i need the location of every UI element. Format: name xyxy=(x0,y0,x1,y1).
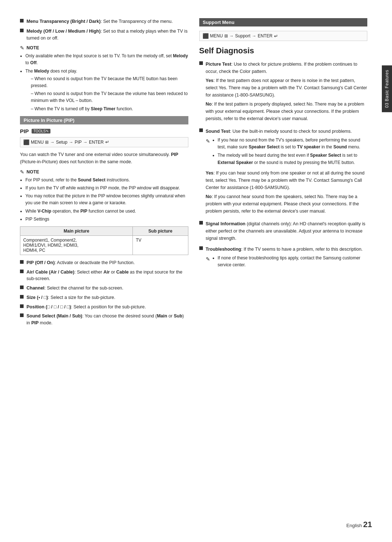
chapter-number: 03 xyxy=(384,103,389,108)
bullet-melody: Melody (Off / Low / Medium / High): Set … xyxy=(20,28,188,42)
note-sub-item-3: When the TV is turned off by Sleep Timer… xyxy=(31,106,188,112)
pip-section-header: Picture In Picture (PIP) xyxy=(20,116,188,124)
note-item-1: Only available when the Input source is … xyxy=(25,53,188,66)
bullet-icon xyxy=(20,270,24,273)
sd-sound-note-list: If you hear no sound from the TV's speak… xyxy=(212,137,368,168)
sd-sound-note-item-2: The melody will be heard during the test… xyxy=(218,152,368,166)
menu-grid-icon: ⊞ xyxy=(45,140,49,145)
pip-body-text: You can watch the TV tuner and one exter… xyxy=(20,151,188,165)
note-label-1: NOTE xyxy=(26,45,39,50)
sd-picture-test-text: Picture Test: Use to check for picture p… xyxy=(206,61,368,124)
pip-size-text: Size (▪ / □): Select a size for the sub-… xyxy=(26,294,115,301)
bullet-icon xyxy=(20,19,24,22)
note-sub-list: When no sound is output from the TV beca… xyxy=(25,75,188,112)
page-container: 03 Basic Features Menu Transparency (Bri… xyxy=(0,0,392,542)
sd-item-troubleshooting: Troubleshooting: If the TV seems to have… xyxy=(199,246,368,272)
sd-sound-test-text: Sound Test: Use the built-in melody soun… xyxy=(206,128,368,217)
menu-icon: ⬛ xyxy=(23,139,29,145)
bullet-icon xyxy=(20,286,24,289)
bullet-menu-transparency: Menu Transparency (Bright / Dark): Set t… xyxy=(20,18,188,25)
pip-item-channel: Channel: Select the channel for the sub-… xyxy=(20,285,188,292)
note-section-2: ✎ NOTE For PIP sound, refer to the Sound… xyxy=(20,169,188,223)
pip-table-row: Component1, Component2,HDMI1/DVI, HDMI2,… xyxy=(20,235,188,255)
note-label-2: NOTE xyxy=(26,169,39,174)
pip-label: PIP xyxy=(20,128,29,134)
pip-onoff-text: PIP (Off / On): Activate or deactivate t… xyxy=(26,259,135,266)
sd-troubleshooting-text: Troubleshooting: If the TV seems to have… xyxy=(206,246,368,272)
support-menu-header: Support Menu xyxy=(199,18,368,26)
sound-note-pencil: ✎ xyxy=(206,137,210,145)
self-diagnosis-title: Self Diagnosis xyxy=(199,46,368,56)
pip-soundselect-text: Sound Select (Main / Sub): You can choos… xyxy=(26,313,188,327)
sd-signal-info-text: Signal Information (digital channels onl… xyxy=(206,220,368,242)
pip-tools-line: PIP TOOLS✎ xyxy=(20,128,188,134)
note-list-2: For PIP sound, refer to the Sound Select… xyxy=(20,177,188,223)
arrow-2: → xyxy=(69,140,73,145)
side-tab: 03 Basic Features xyxy=(382,65,392,112)
page-footer: English 21 xyxy=(346,520,372,529)
sd-sound-note: ✎ If you hear no sound from the TV's spe… xyxy=(206,137,368,168)
support-grid-icon: ⊞ xyxy=(224,33,228,38)
support-enter-icon: ↵ xyxy=(274,33,278,39)
note-pencil-icon-2: ✎ xyxy=(20,169,24,175)
sd-troubleshooting-note: ✎ If none of these troubleshooting tips … xyxy=(206,255,368,270)
pip-table-header-sub: Sub picture xyxy=(133,226,188,235)
sd-troubleshooting-note-item: If none of these troubleshooting tips ap… xyxy=(218,255,368,268)
pip-aircable-text: Air/ Cable (Air / Cable): Select either … xyxy=(26,269,188,283)
note2-item-1: For PIP sound, refer to the Sound Select… xyxy=(25,177,188,184)
note-sub-item-2: When no sound is output from the TV beca… xyxy=(31,90,188,104)
note-header-2: ✎ NOTE xyxy=(20,169,188,175)
note2-item-4: While V-Chip operation, the PIP function… xyxy=(25,208,188,215)
support-arrow-1: → xyxy=(229,33,234,38)
sd-sound-note-item-1: If you hear no sound from the TV's speak… xyxy=(218,137,368,151)
sd-item-picture-test: Picture Test: Use to check for picture p… xyxy=(199,61,368,124)
bullet-icon xyxy=(20,29,24,32)
chapter-label: Basic Features xyxy=(384,70,389,101)
arrow-3: → xyxy=(83,140,87,145)
bullet-melody-text: Melody (Off / Low / Medium / High): Set … xyxy=(26,28,188,42)
bullet-menu-transparency-text: Menu Transparency (Bright / Dark): Set t… xyxy=(26,18,173,25)
enter-icon: ↵ xyxy=(105,139,109,145)
pip-table: Main picture Sub picture Component1, Com… xyxy=(20,226,188,255)
pip-items: PIP (Off / On): Activate or deactivate t… xyxy=(20,259,188,327)
note-pencil-icon: ✎ xyxy=(20,45,24,51)
pip-table-header-main: Main picture xyxy=(20,226,133,235)
pip-position-text: Position (□ / □ / □ / □): Select a posit… xyxy=(26,304,146,311)
left-column: Menu Transparency (Bright / Dark): Set t… xyxy=(20,18,188,524)
pip-item-onoff: PIP (Off / On): Activate or deactivate t… xyxy=(20,259,188,266)
support-menu-path: ⬛ MENU ⊞ → Support → ENTER ↵ xyxy=(199,31,368,41)
note-header-1: ✎ NOTE xyxy=(20,45,188,51)
enter-text: ENTER xyxy=(89,140,104,145)
pip-text: PIP xyxy=(75,140,82,145)
note-list-1: Only available when the Input source is … xyxy=(20,53,188,112)
bullet-icon xyxy=(20,313,24,317)
main-content: Menu Transparency (Bright / Dark): Set t… xyxy=(0,0,382,542)
page-number: 21 xyxy=(363,520,372,529)
pip-menu-path-text: MENU xyxy=(31,140,44,145)
bullet-icon xyxy=(199,61,203,65)
support-menu-text: MENU xyxy=(210,33,223,38)
bullet-icon xyxy=(20,295,24,299)
bullet-icon xyxy=(199,128,203,132)
bullet-icon xyxy=(199,221,203,225)
sd-item-sound-test: Sound Test: Use the built-in melody soun… xyxy=(199,128,368,217)
pip-channel-text: Channel: Select the channel for the sub-… xyxy=(26,285,123,292)
note2-item-5: PIP Settings xyxy=(25,216,188,223)
right-column: Support Menu ⬛ MENU ⊞ → Support → ENTER … xyxy=(199,18,368,524)
bullet-icon xyxy=(199,246,203,250)
pip-menu-path: ⬛ MENU ⊞ → Setup → PIP → ENTER ↵ xyxy=(20,137,188,147)
note-sub-item-1: When no sound is output from the TV beca… xyxy=(31,75,188,89)
note-item-2: The Melody does not play. When no sound … xyxy=(25,68,188,112)
support-text: Support xyxy=(235,33,250,38)
tools-badge: TOOLS✎ xyxy=(32,129,50,134)
troubleshooting-note-pencil: ✎ xyxy=(206,255,210,263)
pip-item-position: Position (□ / □ / □ / □): Select a posit… xyxy=(20,304,188,311)
pip-item-soundselect: Sound Select (Main / Sub): You can choos… xyxy=(20,313,188,327)
bullet-icon xyxy=(20,260,24,264)
pip-table-main-cell: Component1, Component2,HDMI1/DVI, HDMI2,… xyxy=(20,235,133,255)
arrow-1: → xyxy=(50,140,54,145)
note2-item-2: If you turn the TV off while watching in… xyxy=(25,185,188,192)
bullet-icon xyxy=(20,304,24,308)
support-arrow-2: → xyxy=(252,33,256,38)
support-menu-icon: ⬛ xyxy=(203,33,209,39)
